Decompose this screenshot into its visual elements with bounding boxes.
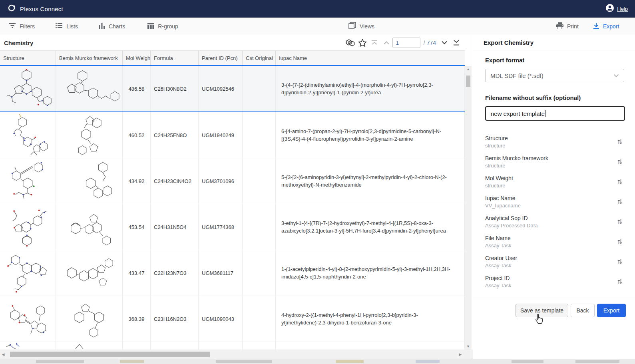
vertical-scroll-thumb[interactable] <box>466 76 470 87</box>
charts-button[interactable]: Charts <box>93 18 131 35</box>
mol-weight-cell: 460.52 <box>123 112 151 158</box>
export-field-row: Bemis Murcko frameworkstructure <box>473 151 635 171</box>
record-number-input[interactable] <box>392 38 420 48</box>
table-row[interactable]: 433.47 C22H23N7O3 UGM3681117 1-(1-acetyl… <box>0 250 465 296</box>
parent-id-cell: UGM1940249 <box>199 112 243 158</box>
previous-record-icon[interactable] <box>380 38 392 48</box>
first-record-icon[interactable] <box>368 38 380 48</box>
table-row[interactable]: 368.39 C23H16N2O3 UGM1090043 4-hydroxy-2… <box>0 296 465 342</box>
grid-titlebar: Chemistry / 774 <box>0 35 465 50</box>
export-field-row: Iupac NameVV_Iupacname <box>473 191 635 211</box>
export-button[interactable]: Export <box>597 304 626 317</box>
formula-cell: C24H23ClN4O2 <box>151 158 199 204</box>
table-row[interactable]: 453.54 C24H31N5O4 UGM1774368 3-ethyl-1-{… <box>0 204 465 250</box>
mol-weight-cell: 433.47 <box>123 250 151 296</box>
scroll-left-arrow[interactable]: ◀ <box>0 350 6 359</box>
printer-icon <box>556 22 563 30</box>
cst-original-cell <box>243 112 276 158</box>
export-field-row: Mol Weightstructure <box>473 171 635 191</box>
cst-original-cell <box>243 66 276 111</box>
reorder-field-icon[interactable] <box>615 277 625 286</box>
table-row[interactable]: 486.58 C26H30N8O2 UGM1092546 3-(4-{7-[2-… <box>0 65 465 112</box>
column-header-parent-id[interactable]: Parent ID (Pcn) <box>199 51 243 65</box>
reorder-field-icon[interactable] <box>615 137 625 147</box>
export-format-label: Export format <box>485 57 524 64</box>
formula-cell: C24H25FN8O <box>151 112 199 158</box>
column-header-mol-weight[interactable]: Mol Weight <box>123 51 151 65</box>
screen-edge-strip <box>0 359 635 364</box>
formula-cell: C26H30N8O2 <box>151 66 199 111</box>
iupac-name-cell: 4-hydroxy-2-({1-methyl-4-phenyl-1H-pyrro… <box>276 296 465 342</box>
iupac-name-cell: 1-(1-acetylpiperidin-4-yl)-8-(2-methoxyp… <box>276 250 465 296</box>
column-header-structure[interactable]: Structure <box>0 51 56 65</box>
column-header-bemis-murcko[interactable]: Bemis Murcko framework <box>56 51 123 65</box>
reorder-field-icon[interactable] <box>615 177 625 187</box>
app-brand: Plexus Connect <box>7 4 63 14</box>
iupac-name-cell: 3-ethyl-1-{4-[(7R)-7-(2-hydroxyethyl)-7-… <box>276 204 465 250</box>
horizontal-scroll-thumb[interactable] <box>10 352 210 357</box>
iupac-name-cell: 6-[4-amino-7-(propan-2-yl)-7H-pyrrolo[2,… <box>276 112 465 158</box>
formula-cell: C23H16N2O3 <box>151 296 199 342</box>
save-as-template-button[interactable]: Save as template <box>516 304 568 317</box>
scroll-right-arrow[interactable]: ▶ <box>457 350 464 359</box>
export-toolbar-button[interactable]: Export <box>587 18 625 35</box>
table-row[interactable]: 460.52 C24H25FN8O UGM1940249 6-[4-amino-… <box>0 112 465 158</box>
reorder-field-icon[interactable] <box>615 197 625 207</box>
export-field-row: Project IDAssay Task <box>473 271 635 291</box>
column-header-formula[interactable]: Formula <box>151 51 199 65</box>
help-link[interactable]: Help <box>617 6 628 12</box>
mol-weight-cell: 434.92 <box>123 158 151 204</box>
murcko-framework-image <box>59 342 122 350</box>
parent-id-cell: UGM1090043 <box>199 296 243 342</box>
filename-input[interactable]: new export template <box>485 106 625 121</box>
structure-search-icon[interactable] <box>344 38 356 48</box>
parent-id-cell: UGM3681117 <box>199 250 243 296</box>
export-field-row: Creator UserAssay Task <box>473 251 635 271</box>
molecule-structure-image <box>5 114 54 156</box>
molecule-structure-image <box>5 68 54 110</box>
panel-divider <box>473 298 635 298</box>
filter-icon <box>9 23 16 30</box>
reorder-field-icon[interactable] <box>615 157 625 167</box>
next-record-icon[interactable] <box>438 38 450 48</box>
rgroup-button[interactable]: R-group <box>142 18 184 35</box>
scroll-up-arrow[interactable]: ▲ <box>465 66 472 72</box>
export-field-row: Structurestructure <box>473 131 635 151</box>
murcko-framework-image <box>59 114 122 156</box>
murcko-framework-image <box>59 252 122 294</box>
back-button[interactable]: Back <box>571 304 595 317</box>
reorder-field-icon[interactable] <box>615 257 625 267</box>
grid-title: Chemistry <box>4 40 33 46</box>
murcko-framework-image <box>59 68 122 110</box>
user-icon[interactable] <box>605 4 614 14</box>
column-header-cst-original[interactable]: Cst Original <box>243 51 276 65</box>
parent-id-cell: UGM1774368 <box>199 204 243 250</box>
export-panel-title: Export Chemistry <box>484 39 533 46</box>
horizontal-scrollbar[interactable]: ◀ ▶ <box>0 350 473 359</box>
last-record-icon[interactable] <box>450 38 462 48</box>
export-field-row: File NameAssay Task <box>473 231 635 251</box>
table-row[interactable]: 434.92 C24H23ClN4O2 UGM3701096 5-{3-[2-(… <box>0 158 465 204</box>
toolbar: Filters Lists Charts R-group Views Print… <box>0 18 635 35</box>
vertical-scrollbar[interactable]: ▲ ▼ <box>465 66 472 350</box>
reorder-field-icon[interactable] <box>615 217 625 227</box>
top-navbar: Plexus Connect Help <box>0 0 635 18</box>
filters-button[interactable]: Filters <box>3 18 40 35</box>
filename-label: Filename without suffix (optional) <box>485 94 581 101</box>
reorder-field-icon[interactable] <box>615 237 625 247</box>
export-format-select[interactable]: MDL SDF file (*.sdf) <box>485 69 624 82</box>
parent-id-cell: UGM3701096 <box>199 158 243 204</box>
cst-original-cell <box>243 204 276 250</box>
table-row[interactable] <box>0 342 465 350</box>
murcko-framework-image <box>59 160 122 202</box>
export-panel-header: Export Chemistry <box>473 35 635 50</box>
views-button[interactable]: Views <box>343 18 380 35</box>
column-header-iupac-name[interactable]: Iupac Name <box>276 51 465 65</box>
cst-original-cell <box>243 250 276 296</box>
scroll-down-arrow[interactable]: ▼ <box>465 343 472 350</box>
murcko-framework-image <box>59 298 122 340</box>
export-fields-list: Structurestructure Bemis Murcko framewor… <box>473 131 635 291</box>
favorite-star-icon[interactable] <box>356 38 368 48</box>
print-button[interactable]: Print <box>551 18 584 35</box>
lists-button[interactable]: Lists <box>50 18 84 35</box>
